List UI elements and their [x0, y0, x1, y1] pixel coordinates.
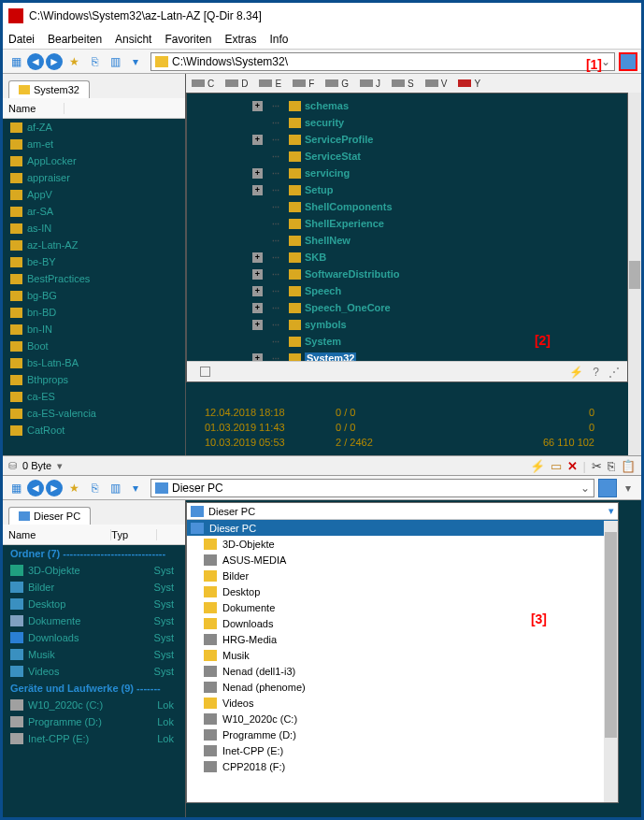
drive-V[interactable]: V: [425, 79, 448, 89]
combo-item[interactable]: Inet-CPP (E:): [187, 742, 618, 758]
list-item[interactable]: AppLocker: [3, 152, 185, 169]
tree-item[interactable]: ⋯ShellNew: [252, 232, 627, 249]
combo-item[interactable]: Dokumente: [187, 599, 618, 615]
list-item[interactable]: 3D-ObjekteSyst: [3, 562, 185, 579]
size-dropdown-icon[interactable]: ▾: [57, 460, 63, 472]
drive-S[interactable]: S: [392, 79, 414, 89]
address-bar-bottom[interactable]: Dieser PC ⌄: [150, 479, 594, 497]
expand-icon[interactable]: +: [252, 168, 263, 179]
paste-icon[interactable]: 📋: [621, 459, 636, 473]
scrollbar[interactable]: [628, 93, 641, 455]
dropdown-button[interactable]: ▾: [126, 52, 145, 71]
tree-toggle-button[interactable]: [598, 479, 617, 497]
list-item[interactable]: VideosSyst: [3, 663, 185, 680]
fav-button[interactable]: ★: [64, 52, 83, 71]
back-button[interactable]: ◄: [27, 53, 44, 70]
combo-item[interactable]: Nenad (dell1-i3): [187, 663, 618, 679]
extra-dropdown-icon[interactable]: ▾: [619, 479, 637, 497]
menu-ansicht[interactable]: Ansicht: [115, 33, 151, 46]
layout-button[interactable]: ▦: [7, 52, 25, 71]
group-header[interactable]: Geräte und Laufwerke (9) -------: [3, 680, 185, 697]
column-header[interactable]: Name: [3, 98, 185, 119]
menu-favoriten[interactable]: Favoriten: [165, 33, 211, 46]
expand-icon[interactable]: +: [252, 286, 263, 296]
expand-icon[interactable]: +: [252, 185, 263, 195]
grid-button[interactable]: ▥: [106, 479, 124, 497]
tree-list[interactable]: +⋯schemas⋯security+⋯ServiceProfile⋯Servi…: [187, 94, 627, 382]
list-item[interactable]: BilderSyst: [3, 579, 185, 596]
help-icon[interactable]: ?: [593, 366, 599, 379]
list-item[interactable]: ca-ES: [3, 388, 185, 405]
list-item[interactable]: bg-BG: [3, 287, 185, 304]
combo-item[interactable]: Nenad (phenome): [187, 679, 618, 695]
list-item[interactable]: bs-Latn-BA: [3, 354, 185, 371]
menu-extras[interactable]: Extras: [224, 33, 256, 46]
scroll-thumb[interactable]: [605, 532, 617, 738]
list-item[interactable]: CatRoot: [3, 422, 185, 439]
combo-item[interactable]: W10_2020c (C:): [187, 711, 618, 726]
copy-button[interactable]: ⎘: [85, 479, 104, 497]
col-name[interactable]: Name: [8, 103, 64, 114]
list-item[interactable]: DesktopSyst: [3, 596, 185, 612]
drive-D[interactable]: D: [225, 79, 248, 89]
drive-F[interactable]: F: [293, 79, 314, 89]
combo-item[interactable]: ASUS-MEDIA: [187, 552, 618, 568]
copy-icon[interactable]: ⎘: [608, 459, 615, 473]
list-item[interactable]: appraiser: [3, 169, 185, 186]
combo-item[interactable]: HRG-Media: [187, 631, 618, 647]
tree-item[interactable]: ⋯System: [252, 333, 627, 350]
combo-scrollbar[interactable]: [604, 521, 618, 802]
list-item[interactable]: MusikSyst: [3, 646, 185, 663]
tree-item[interactable]: ⋯ShellExperience: [252, 215, 627, 232]
menu-bearbeiten[interactable]: Bearbeiten: [48, 33, 102, 46]
combo-item[interactable]: 3D-Objekte: [187, 536, 618, 552]
tree-item[interactable]: +⋯symbols: [252, 316, 627, 333]
tree-item[interactable]: +⋯Speech: [252, 282, 627, 299]
list-item[interactable]: W10_2020c (C:)Lok: [3, 697, 185, 713]
list-item[interactable]: Programme (D:)Lok: [3, 713, 185, 730]
address-bar-top[interactable]: C:\Windows\System32\ ⌄: [150, 52, 615, 71]
combo-item[interactable]: CPP2018 (F:): [187, 758, 618, 774]
list-item[interactable]: ca-ES-valencia: [3, 405, 185, 422]
window-icon[interactable]: ▭: [551, 459, 562, 473]
combo-item[interactable]: Bilder: [187, 568, 618, 583]
group-header[interactable]: Ordner (7) -----------------------------…: [3, 545, 185, 562]
list-item[interactable]: Inet-CPP (E:)Lok: [3, 730, 185, 747]
list-item[interactable]: af-ZA: [3, 119, 185, 136]
tree-checkbox[interactable]: [200, 367, 210, 377]
combo-selected-row[interactable]: Dieser PC ▾: [187, 503, 618, 520]
tree-item[interactable]: ⋯ServiceStat: [252, 148, 627, 165]
drive-J[interactable]: J: [360, 79, 380, 89]
tree-item[interactable]: +⋯schemas: [252, 97, 627, 114]
fav-button[interactable]: ★: [64, 479, 83, 497]
tab-dieser-pc[interactable]: Dieser PC: [8, 507, 91, 525]
cut-icon[interactable]: ✂: [592, 459, 602, 473]
tree-item[interactable]: +⋯SKB: [252, 249, 627, 266]
expand-icon[interactable]: +: [252, 252, 263, 263]
list-item[interactable]: am-et: [3, 136, 185, 152]
scroll-thumb[interactable]: [629, 261, 640, 289]
col-name[interactable]: Name: [8, 529, 111, 540]
tree-item[interactable]: +⋯Speech_OneCore: [252, 299, 627, 316]
menu-info[interactable]: Info: [269, 33, 288, 46]
list-item[interactable]: DownloadsSyst: [3, 629, 185, 646]
expand-icon[interactable]: +: [252, 135, 263, 145]
tab-system32[interactable]: System32: [8, 80, 90, 98]
menu-datei[interactable]: Datei: [8, 33, 35, 46]
tree-item[interactable]: ⋯security: [252, 114, 627, 131]
drive-G[interactable]: G: [325, 79, 349, 89]
drive-C[interactable]: C: [192, 79, 214, 89]
back-button[interactable]: ◄: [27, 480, 44, 496]
tree-item[interactable]: +⋯Setup: [252, 181, 627, 198]
grid-button[interactable]: ▥: [106, 52, 124, 71]
forward-button[interactable]: ►: [46, 53, 63, 70]
combo-item[interactable]: Downloads: [187, 615, 618, 631]
copy-button[interactable]: ⎘: [85, 52, 104, 71]
lightning-icon[interactable]: ⚡: [569, 366, 583, 379]
list-item[interactable]: Boot: [3, 338, 185, 354]
list-item[interactable]: BestPractices: [3, 270, 185, 287]
bottom-left-file-list[interactable]: Ordner (7) -----------------------------…: [3, 545, 185, 820]
tree-item[interactable]: +⋯SoftwareDistributio: [252, 266, 627, 282]
col-type[interactable]: Typ: [111, 529, 157, 540]
combo-item[interactable]: Musik: [187, 647, 618, 663]
